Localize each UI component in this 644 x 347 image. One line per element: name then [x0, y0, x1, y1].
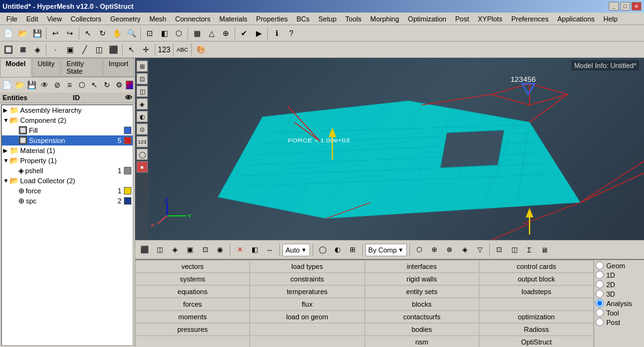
abc-button[interactable]: ABC: [175, 43, 189, 57]
vp-icon-8[interactable]: ◯: [136, 149, 148, 160]
radio-3d-input[interactable]: [596, 290, 604, 298]
cell-temperatures[interactable]: temperatures: [250, 285, 364, 298]
cell-bodies[interactable]: bodies: [365, 323, 479, 336]
vp-tb-mask[interactable]: ◧: [248, 243, 262, 257]
menu-file[interactable]: File: [3, 14, 21, 24]
vp-tb-f5[interactable]: ⊡: [492, 243, 506, 257]
auto-dropdown[interactable]: Auto ▼: [282, 244, 310, 256]
prop-button[interactable]: ◈: [30, 43, 44, 57]
radio-tool-input[interactable]: [596, 309, 604, 317]
select-button[interactable]: ↖: [81, 26, 95, 40]
menu-optimization[interactable]: Optimization: [404, 14, 450, 24]
tree-item-loadcol-group[interactable]: ▼ 📂 Load Collector (2): [2, 176, 133, 186]
menu-properties[interactable]: Properties: [252, 14, 291, 24]
vp-tb-swap[interactable]: ↔: [263, 243, 277, 257]
cell-systems[interactable]: systems: [135, 273, 250, 285]
radio-geom[interactable]: Geom: [596, 261, 643, 270]
vp-tb-f6[interactable]: ◫: [508, 243, 521, 257]
nodes-button[interactable]: ·: [48, 43, 62, 57]
open-button[interactable]: 📂: [16, 26, 30, 40]
view-button[interactable]: ◧: [157, 26, 171, 40]
save-button[interactable]: 💾: [30, 26, 44, 40]
xyz-button[interactable]: 123: [157, 43, 171, 57]
cell-entity-sets[interactable]: entity sets: [365, 285, 479, 298]
maximize-button[interactable]: □: [620, 2, 630, 11]
panel-hide-icon[interactable]: ⊘: [51, 78, 63, 92]
radio-post-input[interactable]: [596, 318, 604, 326]
menu-mesh[interactable]: Mesh: [146, 14, 170, 24]
vp-tb-f1[interactable]: ⊕: [428, 243, 441, 257]
close-button[interactable]: ×: [631, 2, 641, 11]
radio-1d-input[interactable]: [596, 271, 604, 279]
radio-2d[interactable]: 2D: [596, 280, 643, 288]
menu-tools[interactable]: Tools: [341, 14, 365, 24]
run-button[interactable]: ▶: [252, 26, 265, 40]
vp-tb-color2[interactable]: ◐: [331, 243, 345, 257]
tree-item-fill[interactable]: 🔲 Fill: [2, 125, 133, 135]
tree-item-component-group[interactable]: ▼ 📂 Component (2): [2, 115, 133, 125]
cell-moments[interactable]: moments: [135, 310, 250, 323]
help-icon-btn[interactable]: ?: [284, 26, 298, 40]
minimize-button[interactable]: _: [609, 2, 619, 11]
vp-tb-view1[interactable]: ⬛: [138, 243, 152, 257]
cell-nsm[interactable]: nsm: [365, 336, 479, 347]
menu-help[interactable]: Help: [600, 14, 622, 24]
check-button[interactable]: ✔: [237, 26, 251, 40]
tree-item-spc[interactable]: ⊕ spc 2: [2, 196, 133, 206]
cell-flux[interactable]: flux: [250, 298, 364, 310]
panel-color-icon[interactable]: [126, 81, 133, 89]
vp-tb-f3[interactable]: ◈: [458, 243, 472, 257]
menu-edit[interactable]: Edit: [23, 14, 42, 24]
menu-collectors[interactable]: Collectors: [67, 14, 105, 24]
color-button[interactable]: 🎨: [194, 43, 208, 57]
radio-post[interactable]: Post: [596, 318, 643, 326]
vp-icon-3[interactable]: ◫: [136, 86, 148, 97]
zoom-button[interactable]: 🔍: [125, 26, 138, 40]
cell-control-cards[interactable]: control cards: [479, 260, 594, 273]
vp-tb-cube[interactable]: ⬡: [413, 243, 426, 257]
radio-1d[interactable]: 1D: [596, 271, 643, 279]
cell-radioss[interactable]: Radioss: [479, 323, 594, 336]
geom-button[interactable]: △: [204, 26, 218, 40]
tree-item-assembly[interactable]: ▶ 📁 Assembly Hierarchy: [2, 105, 133, 115]
radio-2d-input[interactable]: [596, 280, 604, 288]
tab-model[interactable]: Model: [0, 58, 31, 77]
menu-view[interactable]: View: [43, 14, 66, 24]
cell-optistruct[interactable]: OptiStruct: [479, 336, 594, 347]
redo-button[interactable]: ↪: [63, 26, 77, 40]
vp-tb-f4[interactable]: ▽: [473, 243, 487, 257]
tab-import[interactable]: Import: [103, 58, 134, 77]
cell-load-on-geom[interactable]: load on geom: [250, 310, 364, 323]
vp-icon-5[interactable]: ◐: [136, 111, 148, 122]
panel-mask-icon[interactable]: ⬡: [76, 78, 88, 92]
vp-tb-color1[interactable]: ◯: [316, 243, 330, 257]
cell-pressures[interactable]: pressures: [135, 323, 250, 336]
cell-output-block[interactable]: output block: [479, 273, 594, 285]
panel-cursor-icon[interactable]: ↖: [89, 78, 101, 92]
mesh-button[interactable]: ▦: [190, 26, 204, 40]
cell-loadsteps[interactable]: loadsteps: [479, 285, 594, 298]
vp-tb-view4[interactable]: ▣: [183, 243, 197, 257]
vp-icon-2[interactable]: ⊡: [136, 73, 148, 84]
viewport-3d[interactable]: Model Info: Untitled*: [135, 58, 644, 240]
vp-tb-delete[interactable]: ✕: [233, 243, 247, 257]
cell-constraints[interactable]: constraints: [250, 273, 364, 285]
iso-button[interactable]: ⬡: [172, 26, 186, 40]
cell-optimization[interactable]: optimization: [479, 310, 594, 323]
new-button[interactable]: 📄: [1, 26, 15, 40]
entity-tree[interactable]: ▶ 📁 Assembly Hierarchy ▼ 📂 Component (2)…: [1, 105, 133, 346]
loads-button[interactable]: ⊕: [219, 26, 233, 40]
cell-interfaces[interactable]: interfaces: [365, 260, 479, 273]
panel-filter-icon[interactable]: ≡: [64, 78, 75, 92]
panel-settings-icon[interactable]: ⚙: [113, 78, 125, 92]
lines-button[interactable]: ╱: [77, 43, 91, 57]
panel-move-icon[interactable]: ↻: [101, 78, 113, 92]
cursor-button[interactable]: ↖: [125, 43, 138, 57]
tree-item-pshell[interactable]: ◈ pshell 1: [2, 166, 133, 176]
move-button[interactable]: ✛: [139, 43, 153, 57]
cell-forces[interactable]: forces: [135, 298, 250, 310]
menu-geometry[interactable]: Geometry: [106, 14, 144, 24]
cell-equations[interactable]: equations: [135, 285, 250, 298]
info-button[interactable]: ℹ: [270, 26, 284, 40]
solids-button[interactable]: ⬛: [106, 43, 120, 57]
